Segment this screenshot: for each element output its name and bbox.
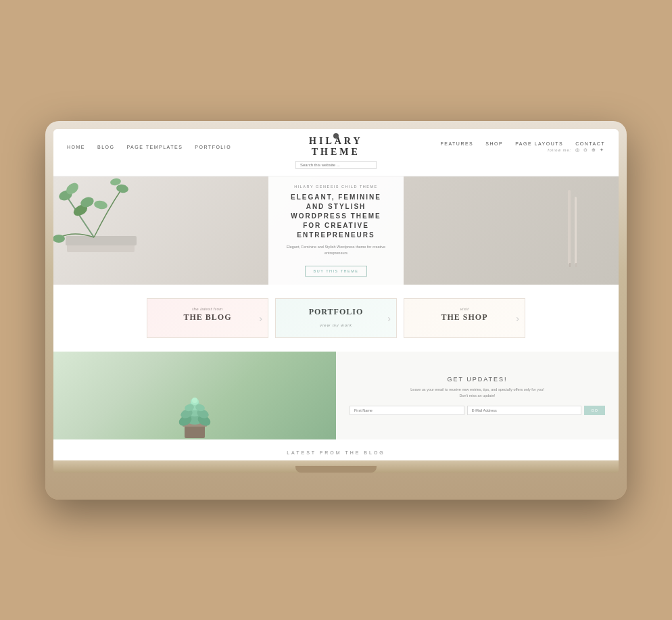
search-input[interactable] [295, 161, 377, 169]
buy-theme-button[interactable]: BUY THIS THEME [305, 266, 368, 277]
nav-left: HOME BLOG PAGE TEMPLATES PORTFOLIO [67, 145, 231, 149]
svg-rect-13 [575, 263, 577, 267]
header-right: FEATURES SHOP PAGE LAYOUTS CONTACT follo… [440, 141, 605, 153]
newsletter-submit-button[interactable]: go [584, 406, 605, 415]
nav-features[interactable]: FEATURES [440, 141, 473, 146]
hero-section: HILARY GENESIS CHILD THEME Elegant, Femi… [53, 176, 619, 285]
svg-rect-11 [569, 263, 571, 267]
blog-section-title: LATEST FROM THE BLOG [74, 450, 598, 455]
shop-card-bg [404, 299, 525, 337]
laptop-base [53, 460, 619, 473]
blog-card[interactable]: the latest from THE BLOG › [147, 298, 268, 338]
svg-point-4 [116, 184, 129, 194]
pinterest-icon[interactable]: ⊕ [592, 147, 596, 153]
svg-rect-1 [66, 236, 137, 245]
svg-point-9 [93, 199, 108, 210]
nav-contact[interactable]: CONTACT [575, 141, 605, 146]
nav-right: FEATURES SHOP PAGE LAYOUTS CONTACT [440, 141, 605, 146]
portfolio-card-arrow: › [387, 313, 391, 324]
blog-card-bg [147, 299, 268, 337]
newsletter-title: GET UPDATES! [350, 376, 605, 383]
hero-right-items-svg [537, 190, 605, 271]
portfolio-card-bg [276, 299, 396, 337]
nav-page-layouts[interactable]: PAGE LAYOUTS [515, 141, 563, 146]
newsletter-desc: Leave us your email to receive new entri… [350, 387, 605, 400]
twitter-icon[interactable]: ✦ [600, 147, 604, 153]
email-input[interactable] [467, 406, 582, 415]
portfolio-card[interactable]: PORTFOLIO view my work › [275, 298, 397, 338]
nav-shop[interactable]: SHOP [485, 141, 503, 146]
search-bar-row [67, 161, 605, 172]
nav-home[interactable]: HOME [67, 145, 85, 149]
shop-card[interactable]: visit THE SHOP › [404, 298, 525, 338]
site-logo: HILARY THEME [309, 136, 363, 159]
laptop-camera [333, 133, 339, 139]
svg-rect-10 [568, 190, 571, 264]
nav-blog[interactable]: BLOG [97, 145, 114, 149]
logo-line2: THEME [309, 147, 363, 158]
hero-plant-svg [53, 176, 202, 285]
nav-page-templates[interactable]: PAGE TEMPLATES [126, 145, 183, 149]
newsletter-section: GET UPDATES! Leave us your email to rece… [53, 352, 619, 439]
newsletter-content: GET UPDATES! Leave us your email to rece… [336, 352, 619, 439]
instagram-icon[interactable]: ◎ [575, 147, 579, 153]
svg-rect-12 [575, 197, 577, 264]
social-row: follow me: ◎ ⊙ ⊕ ✦ [440, 147, 605, 153]
website-content: HOME BLOG PAGE TEMPLATES PORTFOLIO HILAR… [53, 129, 619, 460]
header-top: HOME BLOG PAGE TEMPLATES PORTFOLIO HILAR… [67, 136, 605, 159]
laptop-frame: HOME BLOG PAGE TEMPLATES PORTFOLIO HILAR… [45, 121, 627, 500]
laptop-screen: HOME BLOG PAGE TEMPLATES PORTFOLIO HILAR… [53, 129, 619, 460]
first-name-input[interactable] [350, 406, 464, 415]
shop-card-arrow: › [516, 313, 519, 324]
newsletter-image [53, 352, 336, 439]
hero-card: HILARY GENESIS CHILD THEME Elegant, Femi… [268, 176, 404, 285]
blog-section: LATEST FROM THE BLOG [53, 439, 619, 460]
hero-card-title: Elegant, Feminine and Stylish Wordpress … [285, 193, 387, 240]
three-cards-section: the latest from THE BLOG › PORTFOLIO vie… [53, 285, 619, 352]
hero-card-desc: Elegant, Feminine and Stylish Wordpress … [285, 244, 387, 256]
hero-card-subtitle: HILARY GENESIS CHILD THEME [285, 185, 387, 189]
succulent-svg [161, 365, 229, 439]
camera-icon[interactable]: ⊙ [583, 147, 587, 153]
blog-card-arrow: › [259, 313, 262, 324]
nav-portfolio[interactable]: PORTFOLIO [195, 145, 231, 149]
svg-point-26 [192, 398, 197, 403]
social-label: follow me: [548, 148, 571, 152]
newsletter-form: go [350, 406, 605, 415]
